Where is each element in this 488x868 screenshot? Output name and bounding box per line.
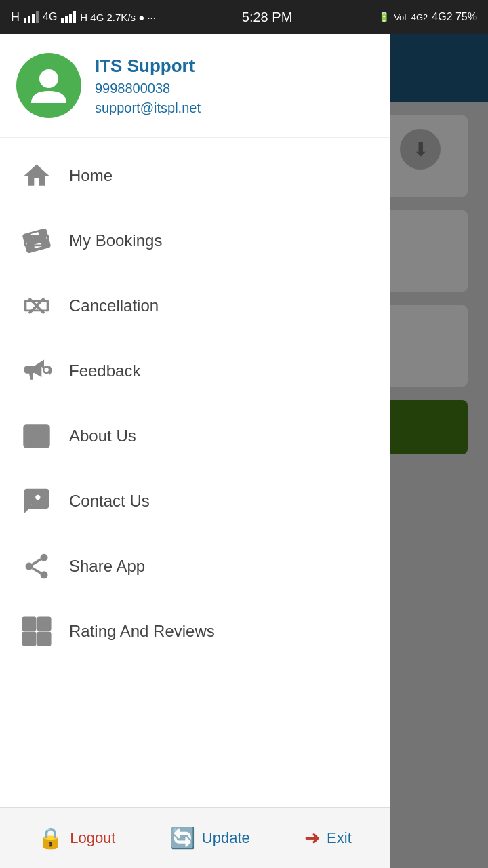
svg-rect-7 <box>73 11 76 23</box>
menu-label-rating-reviews: Rating And Reviews <box>69 622 215 641</box>
avatar <box>16 53 81 118</box>
profile-phone: 9998800038 <box>95 81 201 96</box>
signal-bars-icon <box>24 11 39 23</box>
status-time: 5:28 PM <box>242 9 292 25</box>
svg-rect-23 <box>23 633 35 645</box>
user-avatar-icon <box>27 64 70 107</box>
navigation-drawer: ITS Support 9998800038 support@itspl.net… <box>0 34 390 868</box>
cancel-ticket-icon <box>19 288 54 323</box>
svg-line-19 <box>33 568 41 573</box>
signal-bars2-icon <box>61 11 76 23</box>
logout-label: Logout <box>70 829 115 847</box>
home-icon <box>19 158 54 193</box>
megaphone-icon <box>19 353 54 389</box>
menu-item-contact-us[interactable]: Contact Us <box>0 469 390 534</box>
menu-label-share-app: Share App <box>69 557 145 576</box>
svg-point-17 <box>26 563 33 570</box>
logout-button[interactable]: 🔒 Logout <box>30 821 123 855</box>
menu-item-share-app[interactable]: Share App <box>0 534 390 599</box>
profile-name: ITS Support <box>95 56 201 77</box>
logout-icon: 🔒 <box>38 826 63 850</box>
menu-label-feedback: Feedback <box>69 361 140 380</box>
profile-email: support@itspl.net <box>95 100 201 116</box>
svg-rect-2 <box>32 14 35 23</box>
svg-rect-3 <box>36 11 39 23</box>
update-label: Update <box>202 829 250 847</box>
volte-text: VoL 4G2 <box>394 12 428 22</box>
menu-item-home[interactable]: Home <box>0 143 390 208</box>
menu-label-cancellation: Cancellation <box>69 296 159 315</box>
svg-rect-22 <box>38 618 50 630</box>
svg-rect-4 <box>61 18 64 23</box>
network-4g: 4G <box>43 11 57 23</box>
status-right: 🔋 VoL 4G2 4G2 75% <box>378 11 477 23</box>
drawer-bottom-bar: 🔒 Logout 🔄 Update ➜ Exit <box>0 807 390 868</box>
svg-point-26 <box>30 620 33 623</box>
svg-rect-6 <box>69 14 72 23</box>
menu-label-about-us: About Us <box>69 427 136 446</box>
exit-button[interactable]: ➜ Exit <box>296 821 360 854</box>
exit-label: Exit <box>327 829 352 847</box>
svg-point-8 <box>39 69 58 88</box>
menu-item-cancellation[interactable]: Cancellation <box>0 273 390 338</box>
share-icon <box>19 549 54 584</box>
update-icon: 🔄 <box>170 826 195 850</box>
drawer-overlay[interactable] <box>390 34 488 868</box>
menu-item-bookings[interactable]: My Bookings <box>0 208 390 273</box>
menu-item-about-us[interactable]: About Us <box>0 403 390 469</box>
exit-icon: ➜ <box>304 827 320 849</box>
menu-item-feedback[interactable]: Feedback <box>0 338 390 403</box>
update-button[interactable]: 🔄 Update <box>162 821 258 855</box>
battery-indicator: 🔋 <box>378 12 390 22</box>
drawer-profile: ITS Support 9998800038 support@itspl.net <box>0 34 390 138</box>
menu-label-contact-us: Contact Us <box>69 492 150 511</box>
signal-text: H <box>11 10 20 24</box>
svg-rect-5 <box>65 16 68 23</box>
svg-rect-0 <box>24 18 26 23</box>
ticket-icon <box>19 223 54 258</box>
drawer-menu: Home My Bookings Cancellation <box>0 138 390 807</box>
profile-info: ITS Support 9998800038 support@itspl.net <box>95 56 201 116</box>
battery-percent: 4G2 75% <box>432 11 477 23</box>
svg-point-25 <box>25 620 28 623</box>
menu-label-bookings: My Bookings <box>69 231 162 250</box>
status-left: H 4G H 4G 2.7K/s ● ··· <box>11 10 156 24</box>
svg-point-16 <box>41 554 48 561</box>
speed-text: H 4G 2.7K/s ● ··· <box>80 12 156 23</box>
rating-icon <box>19 614 54 649</box>
svg-rect-21 <box>23 618 35 630</box>
about-icon <box>19 418 54 454</box>
menu-label-home: Home <box>69 166 113 185</box>
menu-item-rating-reviews[interactable]: Rating And Reviews <box>0 599 390 664</box>
svg-point-13 <box>33 430 41 437</box>
svg-point-18 <box>41 571 48 578</box>
status-bar: H 4G H 4G 2.7K/s ● ··· 5:28 PM 🔋 VoL 4G2… <box>0 0 488 34</box>
svg-line-20 <box>33 559 41 564</box>
svg-rect-1 <box>28 16 30 23</box>
contact-icon <box>19 484 54 519</box>
